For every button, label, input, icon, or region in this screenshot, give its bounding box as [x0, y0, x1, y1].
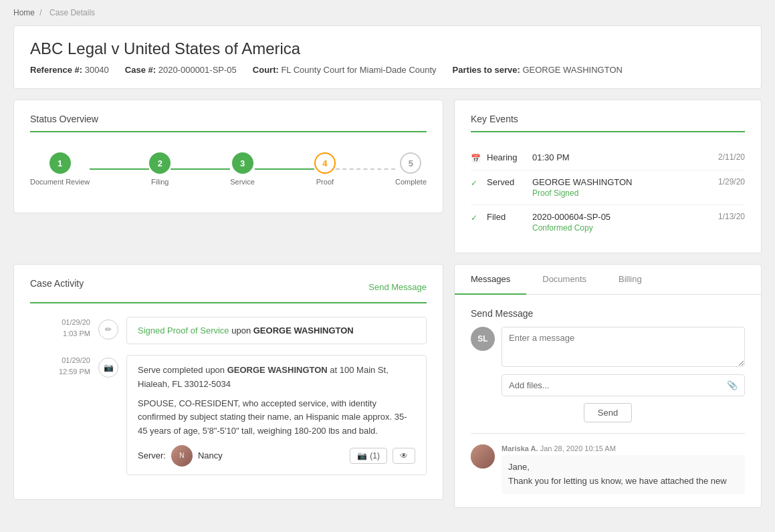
ke-type-filed: Filed: [487, 212, 527, 222]
serve-party: GEORGE WASHINGTON: [227, 365, 328, 375]
eye-icon: 👁: [400, 451, 408, 460]
tabs: Messages Documents Billing: [455, 265, 761, 295]
step-line-3: [255, 168, 314, 170]
server-avatar: N: [171, 445, 193, 467]
case-parties: Parties to serve: GEORGE WASHINGTON: [453, 65, 623, 75]
ke-time-hearing: 01:30 PM: [532, 152, 713, 162]
key-events-card: Key Events 📅 Hearing 01:30 PM 2/11/20 ✓ …: [454, 100, 762, 253]
case-activity-title: Case Activity: [30, 278, 84, 289]
calendar-icon: 📅: [471, 154, 481, 163]
key-event-filed: ✓ Filed 2020-000604-SP-05 Conformed Copy…: [471, 205, 745, 239]
status-overview-title: Status Overview: [30, 114, 427, 124]
ke-date-served: 1/29/20: [718, 177, 745, 186]
ke-details-filed: 2020-000604-SP-05 Conformed Copy: [532, 212, 713, 233]
ke-filed-main: 2020-000604-SP-05: [532, 212, 713, 222]
photo-icon: 📷: [98, 358, 118, 378]
ke-served-sub[interactable]: Proof Signed: [532, 188, 713, 198]
key-events-divider: [471, 131, 745, 132]
timeline-date-1: 01/29/20 1:03 PM: [43, 317, 90, 344]
case-activity-header: Case Activity Send Message: [30, 278, 427, 295]
server-row: Server: N Nancy 📷 (1): [138, 445, 415, 467]
server-info: Server: N Nancy: [138, 445, 223, 467]
send-message-title: Send Message: [471, 308, 745, 319]
signed-proof-link[interactable]: Signed Proof of Service: [138, 325, 229, 336]
step-4-label: Proof: [316, 178, 334, 186]
step-1-circle: 1: [49, 152, 71, 174]
ke-served-main: GEORGE WASHINGTON: [532, 177, 713, 187]
case-number: Case #: 2020-000001-SP-05: [125, 65, 237, 75]
send-button[interactable]: Send: [584, 403, 632, 422]
ke-date-hearing: 2/11/20: [718, 152, 745, 162]
message-meta-1: Mariska A. Jan 28, 2020 10:15 AM: [502, 444, 745, 452]
attach-icon: 📎: [727, 380, 738, 390]
case-reference: Reference #: 30040: [30, 65, 109, 75]
ke-type-served: Served: [487, 177, 527, 187]
case-header: ABC Legal v United States of America Ref…: [13, 25, 762, 89]
status-steps: 1 Document Review 2 Filing 3 Service: [30, 146, 427, 199]
timeline-content-1: Signed Proof of Service upon GEORGE WASH…: [126, 317, 427, 344]
upon-text: upon: [231, 325, 253, 336]
step-4-circle: 4: [314, 152, 336, 174]
case-title: ABC Legal v United States of America: [30, 39, 745, 58]
message-compose-row: SL Add files... 📎: [471, 327, 745, 396]
ke-filed-sub[interactable]: Conformed Copy: [532, 223, 713, 233]
step-4: 4 Proof: [314, 152, 336, 186]
compose-avatar: SL: [471, 327, 495, 351]
right-panel-card: Messages Documents Billing Send Message …: [454, 264, 762, 508]
step-5-label: Complete: [395, 178, 427, 186]
key-events-title: Key Events: [471, 114, 745, 124]
ke-details-served: GEORGE WASHINGTON Proof Signed: [532, 177, 713, 198]
serve-description: SPOUSE, CO-RESIDENT, who accepted servic…: [138, 397, 415, 438]
photos-button[interactable]: 📷 (1): [350, 448, 387, 464]
mariska-avatar: [471, 444, 495, 469]
add-files-button[interactable]: Add files... 📎: [502, 374, 745, 396]
breadcrumb-home[interactable]: Home: [13, 8, 35, 17]
step-2-circle: 2: [149, 152, 171, 174]
step-2: 2 Filing: [149, 152, 171, 186]
breadcrumb-current: Case Details: [49, 8, 95, 17]
activity-box-1: Signed Proof of Service upon GEORGE WASH…: [126, 317, 427, 344]
breadcrumb: Home / Case Details: [0, 0, 775, 25]
timeline-date-2: 01/29/20 12:59 PM: [43, 355, 90, 475]
step-line-1: [90, 168, 149, 170]
step-5-circle: 5: [400, 152, 421, 174]
step-2-label: Filing: [151, 178, 169, 186]
key-event-served: ✓ Served GEORGE WASHINGTON Proof Signed …: [471, 170, 745, 205]
step-line-2: [171, 168, 230, 170]
step-3: 3 Service: [230, 152, 255, 186]
send-message-link[interactable]: Send Message: [368, 282, 427, 292]
messages-divider: [471, 433, 745, 434]
case-meta: Reference #: 30040 Case #: 2020-000001-S…: [30, 65, 745, 75]
serve-completed-header: Serve completed upon GEORGE WASHINGTON a…: [138, 364, 415, 392]
breadcrumb-separator: /: [39, 8, 41, 17]
step-5: 5 Complete: [395, 152, 427, 186]
server-actions: 📷 (1) 👁: [350, 448, 415, 464]
message-item-1: Mariska A. Jan 28, 2020 10:15 AM Jane, T…: [471, 444, 745, 494]
step-1: 1 Document Review: [30, 152, 90, 186]
case-activity-card: Case Activity Send Message 01/29/20 1:03…: [13, 264, 443, 500]
camera-icon: 📷: [357, 451, 367, 460]
status-overview-card: Status Overview 1 Document Review 2 Fili…: [13, 100, 443, 213]
tab-billing[interactable]: Billing: [602, 265, 658, 295]
message-body-1: Mariska A. Jan 28, 2020 10:15 AM Jane, T…: [502, 444, 745, 494]
status-divider: [30, 131, 427, 132]
step-3-label: Service: [230, 178, 255, 186]
message-input[interactable]: [502, 327, 745, 367]
tab-documents[interactable]: Documents: [526, 265, 602, 295]
view-button[interactable]: 👁: [393, 448, 415, 464]
step-3-circle: 3: [232, 152, 253, 174]
message-text-1: Jane, Thank you for letting us know, we …: [502, 455, 745, 494]
edit-icon: ✏: [98, 319, 118, 340]
message-avatar-1: [471, 444, 495, 469]
tab-messages[interactable]: Messages: [455, 265, 526, 295]
ke-type-hearing: Hearing: [487, 152, 527, 162]
ke-date-filed: 1/13/20: [718, 212, 745, 221]
tab-content-messages: Send Message SL Add files... 📎 Send: [455, 295, 761, 507]
step-1-label: Document Review: [30, 178, 90, 186]
timeline: 01/29/20 1:03 PM ✏ Signed Proof of Servi…: [30, 317, 427, 475]
timeline-content-2: Serve completed upon GEORGE WASHINGTON a…: [126, 355, 427, 475]
compose-fields: Add files... 📎: [502, 327, 745, 396]
timeline-item-2: 01/29/20 12:59 PM 📷 Serve completed upon…: [43, 355, 427, 475]
signed-proof-party: GEORGE WASHINGTON: [253, 325, 354, 336]
server-name: Nancy: [198, 450, 223, 460]
